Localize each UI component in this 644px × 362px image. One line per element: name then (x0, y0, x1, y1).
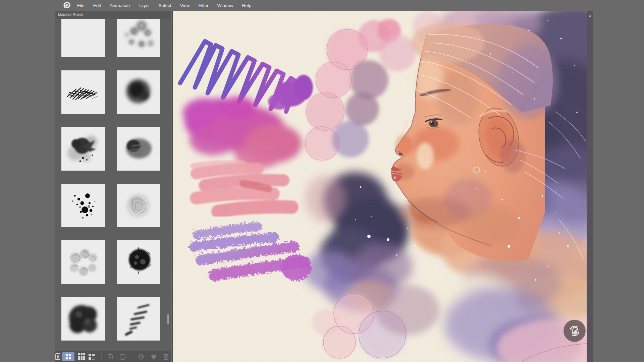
thumbnail-large-view-button[interactable] (62, 352, 74, 361)
material-list-scrollbar[interactable] (167, 314, 169, 324)
brush-thumbnail[interactable] (117, 297, 160, 341)
menu-edit[interactable]: Edit (93, 3, 101, 8)
material-toolbar (55, 351, 171, 362)
app-window: File Edit Animation Layer Select View Fi… (0, 0, 644, 362)
brush-thumbnail[interactable] (61, 70, 105, 114)
material-panel: Material: Brush (55, 11, 171, 362)
menu-view[interactable]: View (180, 3, 190, 8)
delete-trash-icon (162, 353, 170, 361)
brush-thumbnail[interactable] (61, 184, 105, 227)
rotate-canvas-button[interactable] (564, 320, 586, 342)
menu-file[interactable]: File (77, 3, 85, 8)
brush-thumbnail[interactable] (117, 184, 160, 227)
paste-material-icon (106, 353, 114, 361)
menu-window[interactable]: Window (217, 3, 233, 8)
material-list[interactable] (55, 19, 171, 351)
brush-thumbnail[interactable] (117, 19, 160, 57)
menu-help[interactable]: Help (242, 3, 251, 8)
paper-grain (173, 11, 587, 362)
app-logo-icon[interactable] (62, 1, 71, 10)
duplicate-material-icon (119, 353, 127, 361)
collapse-panel-button[interactable]: « (587, 11, 593, 20)
menu-layer[interactable]: Layer (139, 3, 150, 8)
canvas-viewport[interactable] (172, 11, 587, 362)
menu-bar: File Edit Animation Layer Select View Fi… (0, 0, 644, 11)
brush-thumbnail[interactable] (61, 19, 105, 57)
toolbar-separator (101, 353, 102, 360)
artwork-watercolor-portrait (173, 11, 587, 362)
brush-thumbnail[interactable] (61, 297, 105, 341)
right-panel-rail: « (587, 11, 593, 362)
brush-thumbnail[interactable] (117, 240, 160, 284)
thumbnail-small-view-icon[interactable] (77, 353, 86, 361)
toolbar-separator (131, 353, 131, 360)
brush-thumbnail[interactable] (61, 127, 105, 171)
tree-view-icon[interactable] (54, 353, 62, 361)
brush-thumbnail[interactable] (61, 240, 105, 284)
menu-filter[interactable]: Filter (198, 3, 208, 8)
brush-thumbnail[interactable] (117, 70, 160, 114)
brush-thumbnail[interactable] (117, 127, 160, 171)
brush-thumbnail-grid (55, 19, 171, 341)
favorite-heart-icon (150, 353, 158, 361)
thumbnail-detail-view-icon[interactable] (88, 353, 96, 361)
settings-gear-icon (137, 353, 145, 361)
menu-select[interactable]: Select (159, 3, 171, 8)
menu-animation[interactable]: Animation (110, 3, 130, 8)
material-panel-title: Material: Brush (55, 11, 171, 19)
